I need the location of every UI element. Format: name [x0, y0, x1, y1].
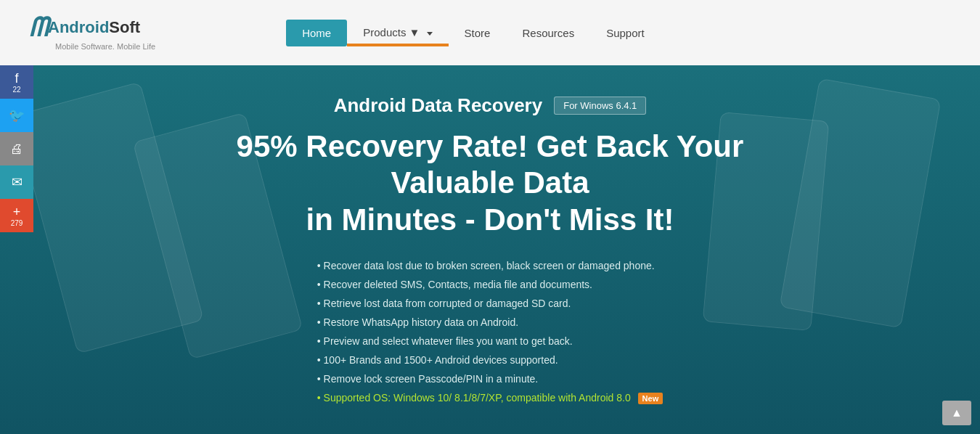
hero-headline: 95% Recovery Rate! Get Back Your Valuabl…: [200, 128, 780, 238]
email-icon: ✉: [12, 174, 23, 190]
logo-soft-text: Soft: [109, 18, 140, 37]
feature-item: • Retrieve lost data from corrupted or d…: [317, 296, 663, 311]
plus-count: 279: [11, 220, 23, 227]
social-sidebar: f 22 🐦 🖨 ✉ + 279: [0, 65, 33, 232]
facebook-count: 22: [12, 86, 20, 94]
twitter-icon: 🐦: [9, 107, 25, 123]
feature-item: • Remove lock screen Passcode/PIN in a m…: [317, 372, 663, 387]
hero-features-list: • Recover data lost due to broken screen…: [317, 258, 663, 409]
facebook-share-button[interactable]: f 22: [0, 65, 33, 99]
nav-support[interactable]: Support: [590, 20, 661, 46]
headline-line2: in Minutes - Don't Miss It!: [306, 202, 674, 237]
feature-item-highlight: • Supported OS: Windows 10/ 8.1/8/7/XP, …: [317, 390, 663, 406]
version-badge: For Winows 6.4.1: [554, 97, 646, 115]
feature-item: • Recover deleted SMS, Contacts, media f…: [317, 277, 663, 292]
feature-item: • 100+ Brands and 1500+ Android devices …: [317, 353, 663, 368]
products-underline: [347, 44, 448, 46]
headline-line1: 95% Recovery Rate! Get Back Your Valuabl…: [237, 129, 744, 200]
nav-resources[interactable]: Resources: [506, 20, 590, 46]
print-icon: 🖨: [10, 142, 23, 157]
dropdown-arrow-icon: ▼: [409, 26, 420, 38]
main-nav: Home Products ▼ Store Resources Support: [286, 20, 661, 46]
nav-store[interactable]: Store: [449, 20, 507, 46]
product-title-row: Android Data Recovery For Winows 6.4.1: [0, 94, 980, 117]
plus-share-button[interactable]: + 279: [0, 199, 33, 232]
new-badge: New: [638, 393, 663, 404]
hero-section: Android Data Recovery For Winows 6.4.1 9…: [0, 65, 980, 434]
logo-tagline: Mobile Software. Mobile Life: [55, 42, 155, 51]
hero-content: Android Data Recovery For Winows 6.4.1 9…: [0, 65, 980, 434]
nav-products[interactable]: Products ▼: [347, 19, 448, 46]
logo-android-text: Android: [48, 18, 109, 37]
scroll-up-button[interactable]: ▲: [942, 401, 971, 425]
feature-item: • Recover data lost due to broken screen…: [317, 258, 663, 274]
plus-icon: +: [13, 205, 21, 220]
twitter-share-button[interactable]: 🐦: [0, 99, 33, 132]
feature-item: • Restore WhatsApp history data on Andro…: [317, 315, 663, 330]
logo-icon: ᗰ AndroidSoft: [29, 15, 140, 41]
logo-area: ᗰ AndroidSoft Mobile Software. Mobile Li…: [29, 15, 155, 51]
print-button[interactable]: 🖨: [0, 132, 33, 165]
feature-item: • Preview and select whatever files you …: [317, 334, 663, 349]
nav-home[interactable]: Home: [286, 20, 347, 46]
chevron-up-icon: ▲: [951, 406, 963, 419]
facebook-icon: f: [15, 71, 18, 86]
header: ᗰ AndroidSoft Mobile Software. Mobile Li…: [0, 0, 980, 65]
product-title: Android Data Recovery: [334, 94, 543, 117]
email-share-button[interactable]: ✉: [0, 165, 33, 199]
logo-m-icon: ᗰ: [29, 15, 48, 41]
